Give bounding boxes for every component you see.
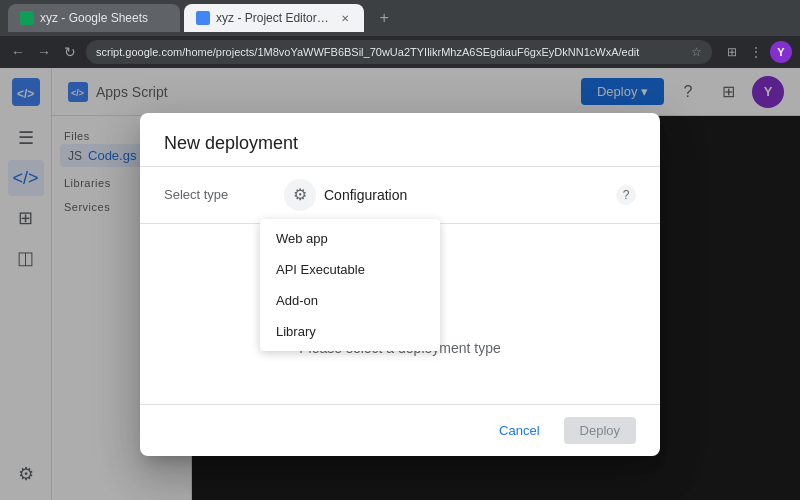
url-icons: ☆: [691, 45, 702, 59]
api-label: API Executable: [276, 262, 365, 277]
modal-title: New deployment: [164, 133, 636, 154]
modal-body: Select type ⚙ Configuration ? Web app: [140, 167, 660, 404]
tab-sheets[interactable]: xyz - Google Sheets ✕: [8, 4, 180, 32]
addon-label: Add-on: [276, 293, 318, 308]
refresh-button[interactable]: ↻: [60, 42, 80, 62]
address-bar: ← → ↻ script.google.com/home/projects/1M…: [0, 36, 800, 68]
forward-button[interactable]: →: [34, 42, 54, 62]
deployment-type-dropdown[interactable]: Web app API Executable Add-on Library: [260, 219, 440, 351]
modal-footer: Cancel Deploy: [140, 404, 660, 456]
tab-favicon-editor: [196, 11, 210, 25]
webapp-label: Web app: [276, 231, 328, 246]
url-bar[interactable]: script.google.com/home/projects/1M8voYaW…: [86, 40, 712, 64]
dropdown-item-addon[interactable]: Add-on: [260, 285, 440, 316]
modal-overlay: New deployment Select type ⚙ Configurati…: [0, 68, 800, 500]
back-button[interactable]: ←: [8, 42, 28, 62]
browser-chrome: xyz - Google Sheets ✕ xyz - Project Edit…: [0, 0, 800, 36]
url-text: script.google.com/home/projects/1M8voYaW…: [96, 46, 685, 58]
new-deployment-modal: New deployment Select type ⚙ Configurati…: [140, 113, 660, 456]
bookmark-icon[interactable]: ☆: [691, 45, 702, 59]
tab-title-sheets: xyz - Google Sheets: [40, 11, 148, 25]
more-button[interactable]: ⋮: [746, 42, 766, 62]
dropdown-item-library[interactable]: Library: [260, 316, 440, 347]
browser-profile-button[interactable]: Y: [770, 41, 792, 63]
tab-title-editor: xyz - Project Editor – Apps Sc...: [216, 11, 332, 25]
help-circle-icon[interactable]: ?: [616, 185, 636, 205]
tab-close-editor[interactable]: ✕: [338, 11, 352, 25]
config-label: Configuration: [324, 187, 407, 203]
extensions-button[interactable]: ⊞: [722, 42, 742, 62]
config-gear-icon[interactable]: ⚙: [284, 179, 316, 211]
browser-actions: ⊞ ⋮ Y: [722, 41, 792, 63]
modal-type-row: Select type ⚙ Configuration ? Web app: [140, 167, 660, 224]
deploy-button-modal[interactable]: Deploy: [564, 417, 636, 444]
config-section: ⚙ Configuration: [284, 179, 616, 211]
tab-editor[interactable]: xyz - Project Editor – Apps Sc... ✕: [184, 4, 364, 32]
tab-close-sheets[interactable]: ✕: [154, 11, 168, 25]
gear-symbol: ⚙: [293, 185, 307, 204]
modal-header: New deployment: [140, 113, 660, 167]
cancel-button[interactable]: Cancel: [483, 417, 555, 444]
select-type-label: Select type: [164, 187, 284, 202]
tab-favicon-sheets: [20, 11, 34, 25]
new-tab-button[interactable]: +: [372, 6, 396, 30]
library-label: Library: [276, 324, 316, 339]
dropdown-item-webapp[interactable]: Web app: [260, 223, 440, 254]
dropdown-item-api[interactable]: API Executable: [260, 254, 440, 285]
